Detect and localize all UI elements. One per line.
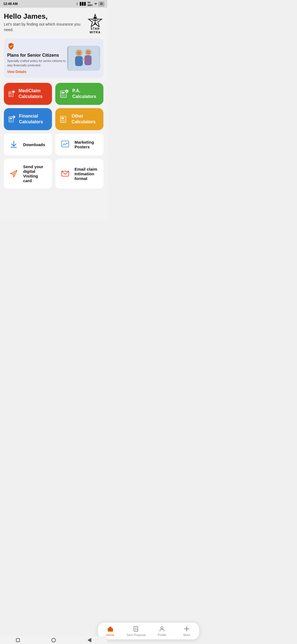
banner-content: Plans for Senior Citizens Specially craf… [7, 42, 67, 74]
financial-calculator-icon: $ [8, 113, 16, 125]
svg-point-13 [87, 51, 88, 52]
svg-rect-48 [61, 116, 66, 123]
marketing-posters-button[interactable]: Marketing Posters [55, 133, 103, 155]
logo-text: STAR MITRA [90, 27, 101, 34]
header-section: Hello James, Let's start by finding out … [4, 12, 103, 34]
pa-label: P.A. Calculators [72, 88, 100, 100]
calculator-grid: MediClaim Calculators $ P.A. Calculators [4, 83, 103, 130]
svg-rect-19 [9, 94, 10, 95]
svg-rect-42 [12, 119, 12, 120]
svg-rect-43 [10, 121, 10, 121]
svg-point-12 [79, 52, 80, 53]
greeting-area: Hello James, Let's start by finding out … [4, 12, 87, 32]
svg-text:$: $ [13, 116, 14, 118]
svg-rect-16 [9, 92, 11, 94]
chart-icon-wrap [60, 139, 71, 150]
banner-description: Specially crafted policy for senior citi… [7, 59, 67, 67]
svg-point-14 [89, 51, 90, 52]
svg-rect-10 [84, 55, 92, 65]
svg-rect-55 [64, 121, 65, 121]
status-icons: ▋▋▋ VoWiFi 40 [75, 1, 104, 7]
svg-rect-41 [11, 119, 12, 120]
banner-link[interactable]: View Details [7, 70, 26, 74]
svg-point-7 [76, 50, 82, 56]
other-label: Other Calculators [72, 113, 100, 125]
other-calculator-icon [59, 113, 68, 125]
svg-rect-39 [10, 118, 12, 119]
mediclaim-label: MediClaim Calculators [19, 88, 48, 100]
status-bar: 12:49 AM ▋▋▋ VoWiFi 40 [0, 0, 107, 8]
main-content: Hello James, Let's start by finding out … [0, 8, 107, 219]
financial-label: Financial Calculators [19, 113, 48, 125]
visiting-card-label: Send your digital Visiting card [23, 164, 48, 183]
send-icon [9, 169, 18, 178]
download-icon-wrap [8, 139, 19, 150]
svg-rect-45 [12, 121, 12, 121]
vowifi-icon: VoWiFi [87, 1, 93, 7]
svg-rect-40 [10, 119, 10, 120]
svg-rect-44 [11, 121, 12, 121]
svg-rect-33 [61, 96, 62, 96]
svg-rect-21 [12, 94, 12, 95]
svg-rect-17 [12, 92, 12, 93]
svg-rect-52 [64, 120, 65, 120]
svg-rect-30 [61, 94, 62, 95]
visiting-card-button[interactable]: Send your digital Visiting card [4, 159, 52, 189]
svg-point-9 [85, 49, 91, 55]
downloads-label: Downloads [23, 142, 45, 147]
shield-icon [7, 42, 15, 50]
svg-point-1 [94, 17, 96, 19]
mediclaim-calculator-icon [8, 88, 15, 100]
svg-rect-27 [13, 91, 14, 92]
email-claim-button[interactable]: Email claim Intimation format [55, 159, 103, 189]
marketing-posters-icon [61, 140, 70, 149]
send-icon-wrap [8, 168, 19, 179]
email-icon [61, 169, 70, 178]
download-icon [9, 140, 18, 149]
other-calculators-button[interactable]: Other Calculators [55, 108, 103, 130]
svg-rect-24 [12, 95, 12, 96]
email-icon-wrap [60, 168, 71, 179]
svg-rect-6 [68, 46, 99, 70]
marketing-posters-label: Marketing Posters [75, 140, 99, 149]
pa-calculators-button[interactable]: $ P.A. Calculators [55, 83, 103, 105]
battery-indicator: 40 [99, 2, 104, 6]
mediclaim-calculators-button[interactable]: MediClaim Calculators [4, 83, 52, 105]
bluetooth-icon [75, 2, 79, 6]
svg-rect-50 [61, 120, 62, 120]
status-time: 12:49 AM [3, 2, 18, 6]
svg-rect-53 [61, 121, 62, 121]
svg-rect-31 [63, 94, 64, 95]
svg-rect-8 [75, 56, 83, 66]
wifi-icon [94, 2, 98, 6]
svg-rect-29 [61, 92, 64, 94]
star-mitra-icon [87, 13, 103, 27]
email-claim-label: Email claim Intimation format [75, 167, 99, 181]
pa-calculator-icon: $ [59, 88, 69, 100]
brand-logo: STAR MITRA [87, 13, 103, 34]
signal-icon: ▋▋▋ [80, 2, 86, 6]
svg-rect-18 [12, 93, 12, 94]
svg-rect-51 [62, 120, 63, 120]
financial-calculators-button[interactable]: $ Financial Calculators [4, 108, 52, 130]
banner-title: Plans for Senior Citizens [7, 53, 67, 58]
svg-rect-54 [62, 121, 63, 121]
svg-rect-34 [63, 96, 64, 96]
svg-rect-20 [10, 94, 11, 95]
svg-rect-23 [10, 95, 11, 96]
svg-rect-49 [61, 118, 64, 119]
white-cards-grid: Downloads Marketing Posters Send your di… [4, 133, 103, 189]
banner-card[interactable]: Plans for Senior Citizens Specially craf… [4, 39, 103, 78]
svg-rect-32 [64, 94, 65, 95]
senior-couple-illustration [68, 46, 99, 70]
greeting-heading: Hello James, [4, 12, 87, 21]
greeting-subtitle: Let's start by finding out which insuran… [4, 22, 87, 32]
banner-image [67, 46, 100, 71]
svg-rect-22 [9, 95, 10, 96]
svg-point-11 [78, 52, 79, 53]
downloads-button[interactable]: Downloads [4, 133, 52, 155]
svg-text:$: $ [66, 90, 67, 93]
svg-rect-35 [64, 96, 65, 96]
